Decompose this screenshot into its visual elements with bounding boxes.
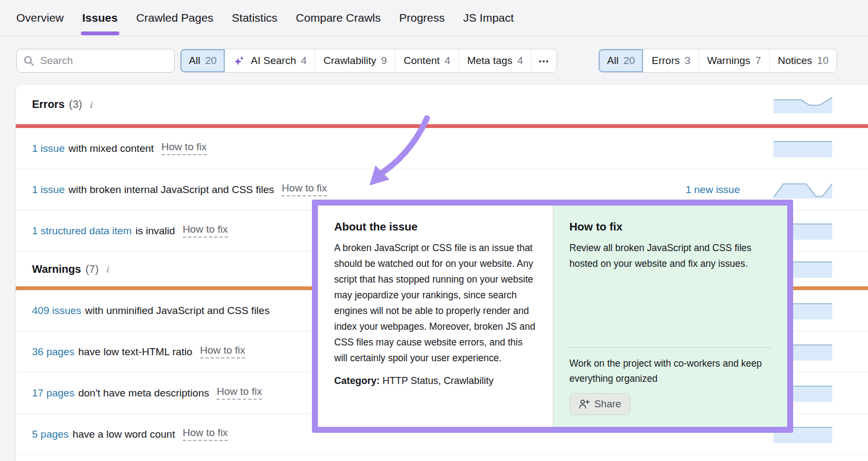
trend-sparkline xyxy=(774,96,832,113)
collab-text: Work on the project with co-workers and … xyxy=(570,356,771,386)
filter-meta-tags[interactable]: Meta tags 4 xyxy=(458,49,531,72)
issue-row-mixed-content: 1 issue with mixed content How to fix xyxy=(16,128,868,169)
category-filter-group: All 20 AI Search 4 Crawlability 9 Conten… xyxy=(180,49,557,73)
chip-label: Notices xyxy=(778,55,812,67)
chip-label: Errors xyxy=(652,55,680,67)
info-icon[interactable]: i xyxy=(89,99,92,110)
chip-label: All xyxy=(189,55,200,67)
issue-text: is invalid xyxy=(136,225,175,237)
how-to-fix-link[interactable]: How to fix xyxy=(216,386,261,400)
filter-all-severities[interactable]: All 20 xyxy=(599,49,643,72)
category-value: HTTP Status, Crawlability xyxy=(382,375,494,386)
fix-body: Review all broken JavaScript and CSS fil… xyxy=(570,240,771,272)
share-button[interactable]: Share xyxy=(570,393,630,415)
issue-text: with mixed content xyxy=(68,143,154,155)
about-title: About the issue xyxy=(334,220,537,233)
chip-count: 20 xyxy=(623,55,635,67)
how-to-fix-link[interactable]: How to fix xyxy=(183,224,228,238)
how-to-fix-link[interactable]: How to fix xyxy=(162,142,207,155)
chip-count: 7 xyxy=(755,55,761,67)
chip-label: Crawlability xyxy=(323,55,376,67)
issue-text: with unminified JavaScript and CSS files xyxy=(85,305,270,317)
search-box xyxy=(16,49,175,73)
chip-count: 9 xyxy=(381,55,387,67)
filter-all-categories[interactable]: All 20 xyxy=(181,49,225,72)
issue-count-link[interactable]: 1 structured data item xyxy=(32,225,132,237)
filter-crawlability[interactable]: Crawlability 9 xyxy=(315,49,395,72)
ai-sparkles-icon xyxy=(233,55,246,67)
issue-detail-popup: About the issue A broken JavaScript or C… xyxy=(312,200,793,433)
severity-filter-group: All 20 Errors 3 Warnings 7 Notices 10 xyxy=(598,49,837,73)
search-icon xyxy=(23,55,34,66)
category-label: Category: xyxy=(334,375,380,386)
audit-nav-tabs: Overview Issues Crawled Pages Statistics… xyxy=(0,0,868,36)
issue-text: with broken internal JavaScript and CSS … xyxy=(68,184,274,196)
issue-count-link[interactable]: 5 pages xyxy=(32,428,69,440)
chip-label: Warnings xyxy=(707,55,751,67)
tab-js-impact[interactable]: JS Impact xyxy=(463,0,514,36)
chip-count: 4 xyxy=(518,55,524,67)
tab-compare-crawls[interactable]: Compare Crawls xyxy=(296,0,380,36)
issue-text: have a low word count xyxy=(73,428,175,440)
panel-divider xyxy=(570,347,771,348)
chip-count: 4 xyxy=(445,55,451,67)
chip-label: AI Search xyxy=(251,55,296,67)
section-count: (7) xyxy=(85,263,98,276)
chip-count: 4 xyxy=(301,55,307,67)
how-to-fix-link[interactable]: How to fix xyxy=(183,427,228,441)
tab-crawled-pages[interactable]: Crawled Pages xyxy=(136,0,213,36)
tab-progress[interactable]: Progress xyxy=(399,0,445,36)
trend-sparkline xyxy=(774,140,832,157)
search-input[interactable] xyxy=(39,54,168,67)
issue-count-link[interactable]: 1 issue xyxy=(32,184,65,196)
chip-label: All xyxy=(607,55,618,67)
issue-text: have low text-HTML ratio xyxy=(78,346,192,358)
how-to-fix-link[interactable]: How to fix xyxy=(282,183,327,196)
tab-issues[interactable]: Issues xyxy=(82,0,118,36)
trend-sparkline xyxy=(774,181,832,199)
category-line: Category: HTTP Status, Crawlability xyxy=(334,375,537,387)
errors-section-header: Errors (3) i xyxy=(16,85,868,124)
chip-label: Content xyxy=(404,55,440,67)
section-title: Warnings xyxy=(32,263,81,276)
about-body: A broken JavaScript or CSS file is an is… xyxy=(334,240,537,366)
issue-text: don't have meta descriptions xyxy=(78,387,209,399)
chip-count: 10 xyxy=(817,55,828,67)
errors-severity-bar xyxy=(16,124,868,128)
share-label: Share xyxy=(595,398,621,410)
ellipsis-icon: ••• xyxy=(539,57,550,65)
section-title: Errors xyxy=(32,98,65,111)
info-icon[interactable]: i xyxy=(106,264,108,274)
chip-count: 20 xyxy=(205,55,216,67)
issue-count-link[interactable]: 17 pages xyxy=(32,387,74,399)
filter-warnings[interactable]: Warnings 7 xyxy=(699,49,769,72)
issue-count-link[interactable]: 1 issue xyxy=(32,143,65,155)
chip-count: 3 xyxy=(685,55,691,67)
filter-errors[interactable]: Errors 3 xyxy=(643,49,698,72)
issue-count-link[interactable]: 409 issues xyxy=(32,305,81,317)
issue-count-link[interactable]: 36 pages xyxy=(32,346,74,358)
filter-content[interactable]: Content 4 xyxy=(395,49,458,72)
filter-notices[interactable]: Notices 10 xyxy=(769,49,837,72)
add-user-icon xyxy=(579,399,590,409)
section-count: (3) xyxy=(69,98,82,111)
how-to-fix-panel: How to fix Review all broken JavaScript … xyxy=(553,206,788,427)
tab-overview[interactable]: Overview xyxy=(16,0,64,36)
chip-label: Meta tags xyxy=(467,55,512,67)
how-to-fix-link[interactable]: How to fix xyxy=(200,345,245,358)
about-the-issue-panel: About the issue A broken JavaScript or C… xyxy=(318,206,553,427)
filter-ai-search[interactable]: AI Search 4 xyxy=(225,49,315,72)
new-issue-badge: 1 new issue xyxy=(631,184,740,196)
more-filters-button[interactable]: ••• xyxy=(531,49,557,72)
fix-title: How to fix xyxy=(570,220,771,233)
tab-statistics[interactable]: Statistics xyxy=(232,0,277,36)
